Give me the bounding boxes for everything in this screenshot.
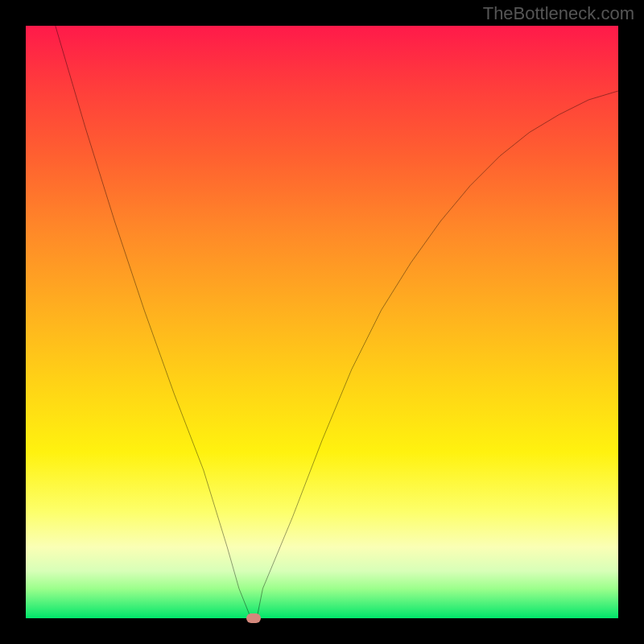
chart-plot-area — [26, 26, 618, 618]
watermark-text: TheBottleneck.com — [483, 3, 634, 24]
bottleneck-curve — [26, 26, 618, 618]
minimum-point-marker — [246, 613, 261, 623]
